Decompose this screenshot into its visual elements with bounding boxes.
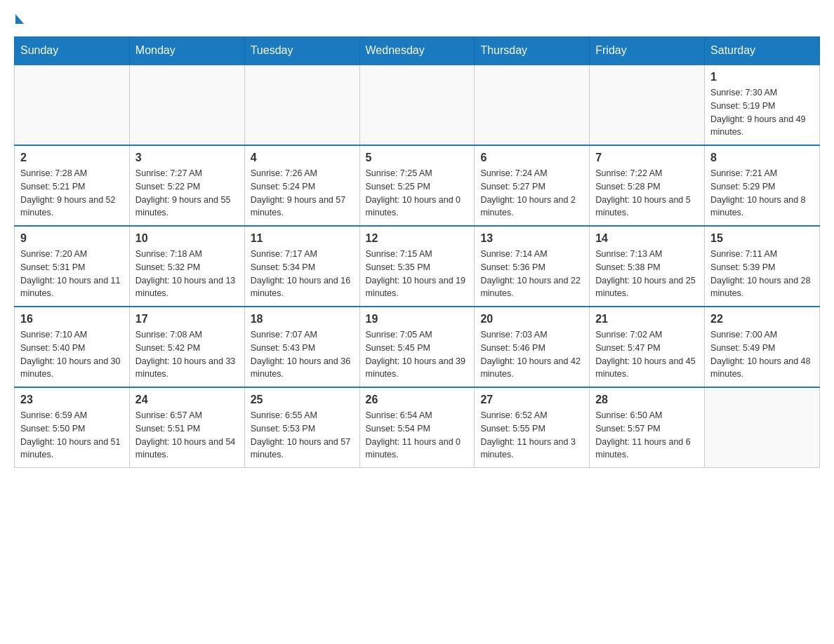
calendar-cell <box>705 387 820 468</box>
weekday-header-thursday: Thursday <box>475 37 590 65</box>
day-info: Sunrise: 7:02 AMSunset: 5:47 PMDaylight:… <box>595 328 699 381</box>
day-number: 24 <box>135 394 239 406</box>
calendar-cell: 1Sunrise: 7:30 AMSunset: 5:19 PMDaylight… <box>705 65 820 145</box>
calendar-cell <box>129 65 244 145</box>
day-number: 13 <box>480 232 583 245</box>
day-info: Sunrise: 7:27 AMSunset: 5:22 PMDaylight:… <box>135 167 239 220</box>
logo-triangle-icon <box>15 14 24 24</box>
logo <box>14 14 24 29</box>
day-info: Sunrise: 7:00 AMSunset: 5:49 PMDaylight:… <box>710 328 814 381</box>
day-info: Sunrise: 7:25 AMSunset: 5:25 PMDaylight:… <box>366 167 469 220</box>
calendar-cell: 2Sunrise: 7:28 AMSunset: 5:21 PMDaylight… <box>15 145 130 226</box>
calendar-cell: 26Sunrise: 6:54 AMSunset: 5:54 PMDayligh… <box>359 387 475 468</box>
calendar-cell: 18Sunrise: 7:07 AMSunset: 5:43 PMDayligh… <box>244 307 359 387</box>
day-number: 12 <box>366 232 469 245</box>
day-number: 2 <box>20 152 124 164</box>
calendar-cell: 14Sunrise: 7:13 AMSunset: 5:38 PMDayligh… <box>590 226 705 307</box>
calendar-cell: 27Sunrise: 6:52 AMSunset: 5:55 PMDayligh… <box>475 387 590 468</box>
calendar-cell: 7Sunrise: 7:22 AMSunset: 5:28 PMDaylight… <box>590 145 705 226</box>
day-number: 27 <box>480 394 583 406</box>
calendar-cell: 13Sunrise: 7:14 AMSunset: 5:36 PMDayligh… <box>475 226 590 307</box>
day-info: Sunrise: 7:28 AMSunset: 5:21 PMDaylight:… <box>20 167 124 220</box>
week-row-5: 23Sunrise: 6:59 AMSunset: 5:50 PMDayligh… <box>15 387 820 468</box>
calendar-table: SundayMondayTuesdayWednesdayThursdayFrid… <box>14 36 820 468</box>
day-info: Sunrise: 7:14 AMSunset: 5:36 PMDaylight:… <box>480 248 583 300</box>
calendar-cell <box>590 65 705 145</box>
day-number: 7 <box>595 152 699 164</box>
day-number: 14 <box>595 232 699 245</box>
day-number: 3 <box>135 152 239 164</box>
weekday-header-sunday: Sunday <box>15 37 130 65</box>
day-info: Sunrise: 7:15 AMSunset: 5:35 PMDaylight:… <box>366 248 469 300</box>
calendar-cell: 22Sunrise: 7:00 AMSunset: 5:49 PMDayligh… <box>705 307 820 387</box>
day-info: Sunrise: 6:57 AMSunset: 5:51 PMDaylight:… <box>135 409 239 462</box>
calendar-cell: 10Sunrise: 7:18 AMSunset: 5:32 PMDayligh… <box>129 226 244 307</box>
calendar-cell: 28Sunrise: 6:50 AMSunset: 5:57 PMDayligh… <box>590 387 705 468</box>
calendar-cell <box>475 65 590 145</box>
calendar-cell: 23Sunrise: 6:59 AMSunset: 5:50 PMDayligh… <box>15 387 130 468</box>
day-info: Sunrise: 7:08 AMSunset: 5:42 PMDaylight:… <box>135 328 239 381</box>
calendar-cell: 21Sunrise: 7:02 AMSunset: 5:47 PMDayligh… <box>590 307 705 387</box>
calendar-cell: 12Sunrise: 7:15 AMSunset: 5:35 PMDayligh… <box>359 226 475 307</box>
week-row-4: 16Sunrise: 7:10 AMSunset: 5:40 PMDayligh… <box>15 307 820 387</box>
day-info: Sunrise: 7:10 AMSunset: 5:40 PMDaylight:… <box>20 328 124 381</box>
day-info: Sunrise: 7:03 AMSunset: 5:46 PMDaylight:… <box>480 328 583 381</box>
calendar-cell <box>359 65 475 145</box>
week-row-3: 9Sunrise: 7:20 AMSunset: 5:31 PMDaylight… <box>15 226 820 307</box>
calendar-cell: 19Sunrise: 7:05 AMSunset: 5:45 PMDayligh… <box>359 307 475 387</box>
day-info: Sunrise: 7:07 AMSunset: 5:43 PMDaylight:… <box>251 328 354 381</box>
day-number: 11 <box>251 232 354 245</box>
calendar-cell: 17Sunrise: 7:08 AMSunset: 5:42 PMDayligh… <box>129 307 244 387</box>
calendar-cell: 11Sunrise: 7:17 AMSunset: 5:34 PMDayligh… <box>244 226 359 307</box>
day-info: Sunrise: 7:30 AMSunset: 5:19 PMDaylight:… <box>710 86 814 139</box>
day-number: 1 <box>710 71 814 83</box>
week-row-2: 2Sunrise: 7:28 AMSunset: 5:21 PMDaylight… <box>15 145 820 226</box>
day-info: Sunrise: 7:24 AMSunset: 5:27 PMDaylight:… <box>480 167 583 220</box>
calendar-cell: 5Sunrise: 7:25 AMSunset: 5:25 PMDaylight… <box>359 145 475 226</box>
day-info: Sunrise: 6:54 AMSunset: 5:54 PMDaylight:… <box>366 409 469 462</box>
day-info: Sunrise: 6:50 AMSunset: 5:57 PMDaylight:… <box>595 409 699 462</box>
weekday-header-monday: Monday <box>129 37 244 65</box>
calendar-cell: 25Sunrise: 6:55 AMSunset: 5:53 PMDayligh… <box>244 387 359 468</box>
day-number: 5 <box>366 152 469 164</box>
day-number: 20 <box>480 313 583 326</box>
calendar-cell: 4Sunrise: 7:26 AMSunset: 5:24 PMDaylight… <box>244 145 359 226</box>
day-info: Sunrise: 6:59 AMSunset: 5:50 PMDaylight:… <box>20 409 124 462</box>
day-info: Sunrise: 6:55 AMSunset: 5:53 PMDaylight:… <box>251 409 354 462</box>
page-header <box>14 14 820 29</box>
weekday-header-friday: Friday <box>590 37 705 65</box>
day-number: 16 <box>20 313 124 326</box>
day-number: 4 <box>251 152 354 164</box>
weekday-header-wednesday: Wednesday <box>359 37 475 65</box>
day-info: Sunrise: 7:11 AMSunset: 5:39 PMDaylight:… <box>710 248 814 300</box>
day-info: Sunrise: 7:20 AMSunset: 5:31 PMDaylight:… <box>20 248 124 300</box>
calendar-cell: 16Sunrise: 7:10 AMSunset: 5:40 PMDayligh… <box>15 307 130 387</box>
day-number: 9 <box>20 232 124 245</box>
calendar-cell: 8Sunrise: 7:21 AMSunset: 5:29 PMDaylight… <box>705 145 820 226</box>
day-info: Sunrise: 7:05 AMSunset: 5:45 PMDaylight:… <box>366 328 469 381</box>
day-number: 22 <box>710 313 814 326</box>
day-number: 15 <box>710 232 814 245</box>
day-info: Sunrise: 7:22 AMSunset: 5:28 PMDaylight:… <box>595 167 699 220</box>
calendar-cell: 9Sunrise: 7:20 AMSunset: 5:31 PMDaylight… <box>15 226 130 307</box>
weekday-header-tuesday: Tuesday <box>244 37 359 65</box>
day-number: 17 <box>135 313 239 326</box>
calendar-cell: 6Sunrise: 7:24 AMSunset: 5:27 PMDaylight… <box>475 145 590 226</box>
weekday-header-saturday: Saturday <box>705 37 820 65</box>
calendar-cell <box>244 65 359 145</box>
day-number: 18 <box>251 313 354 326</box>
calendar-cell <box>15 65 130 145</box>
day-info: Sunrise: 7:26 AMSunset: 5:24 PMDaylight:… <box>251 167 354 220</box>
week-row-1: 1Sunrise: 7:30 AMSunset: 5:19 PMDaylight… <box>15 65 820 145</box>
calendar-cell: 20Sunrise: 7:03 AMSunset: 5:46 PMDayligh… <box>475 307 590 387</box>
calendar-cell: 3Sunrise: 7:27 AMSunset: 5:22 PMDaylight… <box>129 145 244 226</box>
calendar-cell: 24Sunrise: 6:57 AMSunset: 5:51 PMDayligh… <box>129 387 244 468</box>
day-info: Sunrise: 7:21 AMSunset: 5:29 PMDaylight:… <box>710 167 814 220</box>
day-info: Sunrise: 7:18 AMSunset: 5:32 PMDaylight:… <box>135 248 239 300</box>
day-number: 28 <box>595 394 699 406</box>
day-number: 6 <box>480 152 583 164</box>
day-info: Sunrise: 6:52 AMSunset: 5:55 PMDaylight:… <box>480 409 583 462</box>
day-number: 8 <box>710 152 814 164</box>
calendar-cell: 15Sunrise: 7:11 AMSunset: 5:39 PMDayligh… <box>705 226 820 307</box>
day-number: 25 <box>251 394 354 406</box>
